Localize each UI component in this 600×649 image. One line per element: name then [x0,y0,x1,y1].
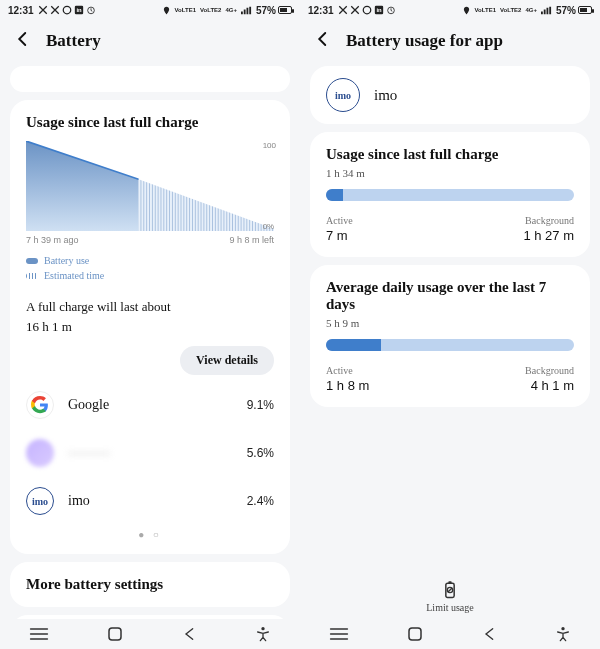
header: Battery [0,20,300,58]
accessibility-button[interactable] [255,626,271,642]
imo-icon: imo [326,78,360,112]
home-button[interactable] [406,625,424,643]
location-icon [462,6,471,15]
app-pct: 2.4% [247,494,274,508]
nav-bar [0,619,300,649]
recents-button[interactable] [29,627,49,641]
circle-icon [62,5,72,15]
x-icon [338,5,348,15]
home-button[interactable] [106,625,124,643]
circle-icon [362,5,372,15]
avg-daily-card: Average daily usage over the last 7 days… [310,265,590,407]
sec2-total: 5 h 9 m [326,317,574,329]
app-pct: 5.6% [247,446,274,460]
legend-swatch-est [26,273,38,279]
sec2-split: Active 1 h 8 m Background 4 h 1 m [326,365,574,393]
sec1-total: 1 h 34 m [326,167,574,179]
more-settings-card[interactable]: More battery settings [10,562,290,607]
status-time: 12:31 [8,5,34,16]
blurred-icon [26,439,54,467]
svg-marker-6 [26,141,139,231]
net-volte1: VoLTE1 [475,7,496,13]
pager-dots[interactable]: ● ○ [26,525,274,540]
view-details-button[interactable]: View details [180,346,274,375]
list-item[interactable]: imo imo 2.4% [26,477,274,525]
list-item[interactable]: ——— 5.6% [26,429,274,477]
header: Battery usage for app [300,20,600,58]
x-icon [50,5,60,15]
linkedin-icon: in [374,5,384,15]
chevron-left-icon [314,30,332,48]
sec1-split: Active 7 m Background 1 h 27 m [326,215,574,243]
net-volte2: VoLTE2 [500,7,521,13]
top-card-stub [10,66,290,92]
back-button[interactable] [314,30,332,52]
scroll-area[interactable]: Usage since last full charge 100 0% [0,58,300,649]
status-time: 12:31 [308,5,334,16]
svg-marker-7 [139,179,274,231]
usage-card: Usage since last full charge 100 0% [10,100,290,554]
svg-rect-18 [409,628,421,640]
app-list: Google 9.1% ——— 5.6% imo imo 2.4% [26,381,274,525]
status-bar: 12:31 in VoLTE1 VoLTE2 4G+ 57% [0,0,300,20]
svg-point-0 [63,6,71,14]
app-label: Google [68,397,233,413]
alarm-icon [386,5,396,15]
signal-icon [241,6,252,15]
svg-rect-8 [109,628,121,640]
sec2-bar [326,339,574,351]
battery-indicator: 57% [256,5,292,16]
list-item[interactable]: Google 9.1% [26,381,274,429]
usage-title: Usage since last full charge [26,114,274,131]
x-icon [38,5,48,15]
chevron-left-icon [14,30,32,48]
sec2-title: Average daily usage over the last 7 days [326,279,574,313]
fullcharge-text: A full charge will last about 16 h 1 m [26,297,274,336]
legend-swatch-use [26,258,38,264]
phone-right: 12:31 in VoLTE1 VoLTE2 4G+ 57% Batte [300,0,600,649]
app-header-card: imo imo [310,66,590,124]
status-left-icons: in [338,5,396,15]
phone-left: 12:31 in VoLTE1 VoLTE2 4G+ 57% Batte [0,0,300,649]
limit-usage-button[interactable]: Limit usage [300,580,600,613]
svg-point-19 [562,627,565,630]
net-gen: 4G+ [225,7,237,13]
recents-button[interactable] [329,627,349,641]
app-pct: 9.1% [247,398,274,412]
svg-point-10 [363,6,371,14]
sec1-title: Usage since last full charge [326,146,574,163]
x-icon [350,5,360,15]
nav-back-button[interactable] [182,626,198,642]
chart-x-labels: 7 h 39 m ago 9 h 8 m left [26,235,274,245]
scroll-area[interactable]: imo imo Usage since last full charge 1 h… [300,58,600,649]
sec1-bar [326,189,574,201]
alarm-icon [86,5,96,15]
usage-since-card: Usage since last full charge 1 h 34 m Ac… [310,132,590,257]
page-title: Battery usage for app [346,31,503,51]
linkedin-icon: in [74,5,84,15]
battery-icon [278,6,292,14]
battery-limit-icon [440,580,460,600]
battery-indicator: 57% [556,5,592,16]
svg-point-9 [262,627,265,630]
status-bar: 12:31 in VoLTE1 VoLTE2 4G+ 57% [300,0,600,20]
location-icon [162,6,171,15]
status-left-icons: in [38,5,96,15]
app-label-blurred: ——— [68,445,233,461]
chart-svg [26,141,274,231]
app-name: imo [374,87,574,104]
back-button[interactable] [14,30,32,52]
nav-back-button[interactable] [482,626,498,642]
nav-bar [300,619,600,649]
net-gen: 4G+ [525,7,537,13]
google-icon [26,391,54,419]
chart-legend: Battery use Estimated time [26,255,274,281]
more-settings-label: More battery settings [26,576,274,593]
battery-icon [578,6,592,14]
imo-icon: imo [26,487,54,515]
svg-text:in: in [376,7,382,13]
accessibility-button[interactable] [555,626,571,642]
page-title: Battery [46,31,101,51]
svg-rect-15 [448,581,451,583]
battery-chart[interactable]: 100 0% [26,141,274,231]
